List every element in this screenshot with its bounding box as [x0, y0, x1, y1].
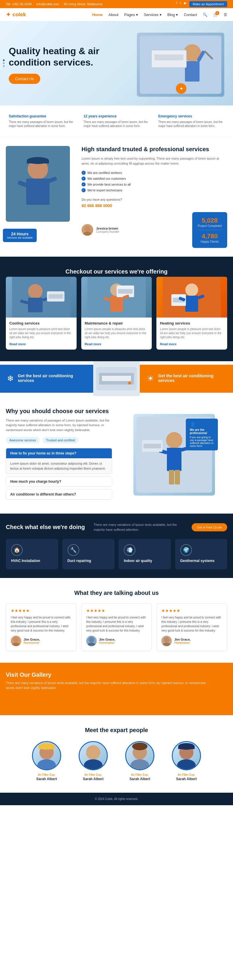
review-text-3: I feel very happy and be proud to connec…: [162, 615, 222, 633]
svg-point-86: [130, 759, 149, 770]
phone-cta: 92 666 888 0000: [82, 203, 227, 208]
hero-image: [116, 33, 224, 97]
svg-point-83: [86, 745, 100, 759]
accordion-header-1[interactable]: How to fix your home ac in three steps?: [6, 448, 112, 458]
accordion-item-3: Air conditioner is different than others…: [6, 489, 112, 500]
appointment-button[interactable]: Make an Appointment: [189, 1, 227, 7]
svg-rect-33: [185, 296, 198, 312]
checklist-item: ✓We provide best services to all: [82, 181, 227, 187]
why-us-section: Why you should choose our services There…: [0, 396, 233, 514]
svg-point-87: [132, 743, 147, 750]
team-member-3: Air Filter Exp. Sarah Albert: [119, 741, 160, 781]
sun-icon: ☀: [147, 374, 154, 383]
search-icon[interactable]: 🔍: [203, 13, 208, 17]
nav-contact[interactable]: Contact: [184, 13, 197, 17]
yt-icon[interactable]: ▶: [184, 1, 186, 7]
team-title: Meet the expart people: [6, 727, 227, 733]
nav-services[interactable]: Services ▾: [144, 13, 162, 17]
cta-orange: ☀ Get the best air conditioning services: [140, 365, 233, 393]
reviewer-title-1: Homeowner: [24, 641, 40, 644]
stats-clients-label: Happy Clients: [197, 240, 222, 243]
about-desc: Lorem ipsum is simply free text used by …: [82, 156, 227, 166]
gallery-title: Visit Our Gallery: [6, 671, 214, 678]
check-icon: ✓: [82, 182, 86, 186]
badge-awesome: Awesome services: [6, 437, 40, 443]
cta-right-title: Get the best air conditioning services: [158, 374, 226, 383]
duct-icon: 🔧: [68, 544, 79, 556]
testimonial-1: ★★★★★ I feel very happy and be proud to …: [6, 603, 77, 651]
fb-icon[interactable]: f: [176, 1, 177, 7]
svg-point-54: [87, 643, 95, 646]
service-cooling-title: Cooling services: [10, 321, 73, 325]
cart-icon[interactable]: 🛒0: [213, 13, 218, 17]
hero-cta-button[interactable]: Contact Us: [9, 74, 40, 84]
duct-title: Duct repairing: [68, 559, 109, 563]
accordion-body-1: Lorem ipsum dolor sit amet, consectetur …: [6, 458, 112, 474]
service-maintenance-desc: Lorem ipsum people is pleasure print tes…: [85, 327, 149, 339]
we-pro-badge: 👤 We are the professional If you are goi…: [186, 418, 218, 450]
svg-point-89: [177, 759, 196, 770]
top-bar: Tel: +061 05-5249 info@colek.com 43 Irvi…: [0, 0, 233, 8]
nav-blog[interactable]: Blog ▾: [168, 13, 178, 17]
stats-divider: [197, 230, 222, 230]
svg-point-51: [13, 637, 19, 643]
svg-point-41: [128, 382, 131, 385]
cta-center-img: [93, 361, 140, 396]
stars-2: ★★★★★: [86, 608, 147, 613]
why-desc: There are many variations of passages of…: [6, 418, 112, 433]
testimonials-grid: ★★★★★ I feel very happy and be proud to …: [6, 603, 227, 651]
hvac-icon: 🏠: [11, 544, 23, 556]
service-card-cooling: Cooling services Lorem ipsum people is p…: [6, 277, 77, 350]
team-role-1: Air Filter Exp.: [26, 773, 67, 776]
nav-pages[interactable]: Pages ▾: [124, 13, 138, 17]
navbar: ✦ colek Home About Pages ▾ Services ▾ Bl…: [0, 8, 233, 21]
accordion-item-2: How much you charge hourly?: [6, 476, 112, 487]
service-maintenance-title: Maintenance & repair: [85, 321, 149, 325]
tw-icon[interactable]: t: [180, 1, 181, 7]
svg-point-52: [12, 643, 20, 646]
what-title: Check what else we're doing: [6, 524, 85, 530]
accordion-header-3[interactable]: Air conditioner is different than others…: [6, 489, 112, 500]
nav-links: Home About Pages ▾ Services ▾ Blog ▾ Con…: [92, 13, 227, 17]
founder-name: Jessica brown: [96, 227, 119, 230]
svg-rect-19: [28, 298, 43, 312]
service-maintenance-readmore[interactable]: Read more: [85, 342, 101, 346]
service-cooling-readmore[interactable]: Read more: [10, 342, 26, 346]
service-body-maintenance: Maintenance & repair Lorem ipsum people …: [81, 318, 152, 350]
geo-title: Geothermal systems: [180, 559, 222, 563]
cta-left-text: Get the best air conditioning services: [18, 374, 86, 384]
why-left: Why you should choose our services There…: [6, 408, 112, 502]
free-trial-button[interactable]: Get a Free Quote: [192, 523, 227, 531]
reviewer-name-1: Jim Grace,: [24, 638, 40, 641]
founder-avatar: [82, 224, 93, 235]
geo-icon: 🌍: [180, 544, 192, 556]
hero-text: Quality heating & air condition services…: [9, 45, 116, 84]
team-role-4: Air Filter Exp.: [166, 773, 207, 776]
testimonial-2: ★★★★★ I feel very happy and be proud to …: [81, 603, 152, 651]
svg-rect-40: [102, 376, 131, 381]
what-desc: There are many variations of Ipsum texts…: [94, 522, 183, 532]
nav-home[interactable]: Home: [92, 13, 103, 17]
service-heating-title: Heating services: [160, 321, 223, 325]
feature-experience-title: 12 years experience: [84, 114, 150, 118]
feature-emergency: Emergency services There are many passag…: [155, 111, 227, 131]
accordion-header-2[interactable]: How much you charge hourly?: [6, 477, 112, 487]
what-grid: 🏠 HVAC Installation 🔧 Duct repairing 💨 I…: [6, 539, 227, 569]
svg-point-16: [83, 232, 92, 235]
service-heating-readmore[interactable]: Read more: [160, 342, 176, 346]
team-avatar-1: [32, 741, 61, 770]
menu-icon[interactable]: ☰: [223, 13, 227, 17]
indoor-title: Indoor air quality: [124, 559, 166, 563]
feature-experience: 12 years experience There are many passa…: [81, 111, 153, 131]
check-icon: ✓: [82, 188, 86, 192]
team-avatar-4: [172, 741, 201, 770]
reviewer-avatar-3: [162, 636, 172, 646]
gallery-section: Visit Our Gallery There are many variati…: [0, 663, 233, 715]
feature-experience-desc: There are many passages of lorem ipsum, …: [84, 120, 150, 128]
what-card-indoor: 💨 Indoor air quality: [119, 539, 171, 569]
nav-about[interactable]: About: [109, 13, 119, 17]
snowflake-icon: ❄: [7, 374, 14, 383]
svg-point-32: [185, 283, 198, 296]
svg-point-55: [164, 637, 170, 643]
logo: ✦ colek: [6, 11, 26, 18]
